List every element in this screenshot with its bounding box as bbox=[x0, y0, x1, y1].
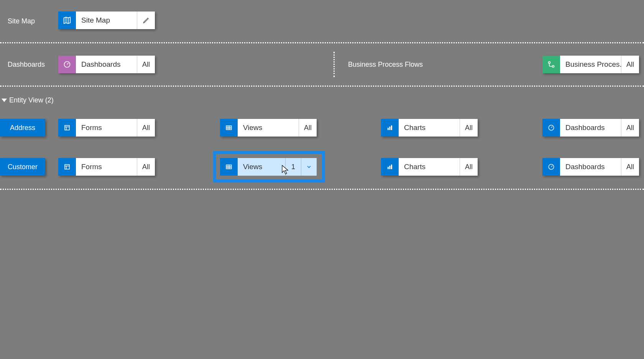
collapse-triangle-icon bbox=[2, 99, 7, 102]
card-customer-charts[interactable]: Charts All bbox=[381, 158, 478, 176]
card-customer-charts-label: Charts bbox=[399, 158, 460, 176]
card-address-dashboards-count[interactable]: All bbox=[621, 119, 639, 137]
svg-rect-13 bbox=[391, 165, 392, 169]
card-site-map[interactable]: Site Map bbox=[58, 12, 155, 29]
card-dashboards-count[interactable]: All bbox=[137, 56, 155, 73]
card-address-charts[interactable]: Charts All bbox=[381, 119, 478, 137]
svg-point-1 bbox=[549, 62, 550, 64]
card-bpf[interactable]: Business Proces... All bbox=[542, 56, 639, 73]
card-customer-forms-label: Forms bbox=[76, 158, 137, 176]
gauge-icon bbox=[542, 158, 560, 176]
card-address-forms-count[interactable]: All bbox=[137, 119, 155, 137]
svg-rect-10 bbox=[226, 165, 232, 169]
entity-view-title: Entity View (2) bbox=[9, 96, 54, 104]
separator bbox=[0, 189, 644, 190]
entity-btn-address-label: Address bbox=[10, 124, 35, 132]
card-customer-views-label: Views bbox=[238, 158, 285, 176]
section-label-bpf: Business Process Flows bbox=[348, 61, 423, 69]
card-customer-views[interactable]: Views 1 bbox=[220, 158, 317, 176]
entity-row-customer: Customer Forms All Views 1 bbox=[0, 147, 644, 189]
map-icon bbox=[58, 12, 76, 29]
svg-rect-4 bbox=[226, 126, 232, 130]
entity-view-header[interactable]: Entity View (2) bbox=[0, 91, 644, 110]
card-address-charts-label: Charts bbox=[399, 119, 460, 137]
row-dash-bpf: Dashboards Dashboards All Business Proce… bbox=[0, 43, 644, 86]
card-customer-dashboards-label: Dashboards bbox=[560, 158, 621, 176]
form-icon bbox=[58, 119, 76, 137]
card-address-forms[interactable]: Forms All bbox=[58, 119, 155, 137]
section-label-dashboards: Dashboards bbox=[8, 61, 45, 69]
svg-rect-3 bbox=[65, 125, 69, 130]
row-site-map: Site Map Site Map bbox=[0, 0, 644, 42]
flow-icon bbox=[542, 56, 560, 73]
separator bbox=[0, 86, 644, 87]
card-customer-dashboards[interactable]: Dashboards All bbox=[542, 158, 639, 176]
card-address-views-count[interactable]: All bbox=[299, 119, 317, 137]
card-address-dashboards[interactable]: Dashboards All bbox=[542, 119, 639, 137]
card-customer-charts-count[interactable]: All bbox=[460, 158, 478, 176]
edit-icon[interactable] bbox=[137, 12, 155, 29]
card-customer-views-count: 1 bbox=[285, 158, 301, 176]
form-icon bbox=[58, 158, 76, 176]
gauge-icon bbox=[542, 119, 560, 137]
card-dashboards-label: Dashboards bbox=[76, 56, 137, 73]
svg-rect-6 bbox=[389, 127, 391, 130]
entity-btn-customer-label: Customer bbox=[8, 163, 38, 171]
mid-divider bbox=[334, 52, 335, 77]
card-address-dashboards-label: Dashboards bbox=[560, 119, 621, 137]
card-bpf-label: Business Proces... bbox=[560, 56, 621, 73]
entity-btn-address[interactable]: Address bbox=[0, 119, 45, 137]
card-site-map-label: Site Map bbox=[76, 12, 137, 29]
entity-btn-customer[interactable]: Customer bbox=[0, 158, 45, 176]
grid-icon bbox=[220, 158, 238, 176]
svg-rect-11 bbox=[388, 167, 389, 169]
svg-rect-9 bbox=[65, 165, 69, 169]
card-customer-forms[interactable]: Forms All bbox=[58, 158, 155, 176]
card-address-forms-label: Forms bbox=[76, 119, 137, 137]
svg-rect-7 bbox=[391, 125, 392, 130]
card-address-charts-count[interactable]: All bbox=[460, 119, 478, 137]
grid-icon bbox=[220, 119, 238, 137]
svg-rect-12 bbox=[389, 166, 391, 169]
card-customer-dashboards-count[interactable]: All bbox=[621, 158, 639, 176]
gauge-icon bbox=[58, 56, 76, 73]
card-dashboards[interactable]: Dashboards All bbox=[58, 56, 155, 73]
entity-row-address: Address Forms All Views All Charts All bbox=[0, 110, 644, 147]
card-customer-forms-count[interactable]: All bbox=[137, 158, 155, 176]
card-address-views[interactable]: Views All bbox=[220, 119, 317, 137]
chart-icon bbox=[381, 119, 399, 137]
card-bpf-count[interactable]: All bbox=[621, 56, 639, 73]
svg-point-2 bbox=[552, 66, 554, 68]
chevron-down-icon[interactable] bbox=[301, 158, 317, 176]
chart-icon bbox=[381, 158, 399, 176]
svg-rect-5 bbox=[388, 128, 389, 130]
section-label-site-map: Site Map bbox=[8, 17, 35, 25]
card-address-views-label: Views bbox=[238, 119, 299, 137]
